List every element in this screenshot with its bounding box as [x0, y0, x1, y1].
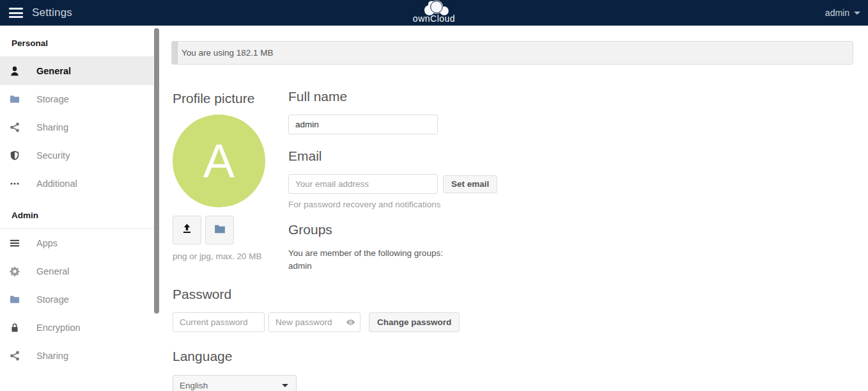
- usage-text: You are using 182.1 MB: [182, 48, 274, 58]
- groups-value: admin: [288, 260, 853, 273]
- sidebar-section-admin: Admin: [0, 198, 160, 229]
- sidebar-item-admin-sharing[interactable]: Sharing: [0, 342, 160, 370]
- chevron-down-icon: [854, 12, 860, 15]
- storage-usage-banner: You are using 182.1 MB: [171, 41, 853, 65]
- user-icon: [10, 66, 20, 76]
- eye-icon[interactable]: [346, 317, 355, 330]
- folder-icon: [10, 294, 20, 305]
- sidebar-item-label: Sharing: [36, 122, 68, 132]
- folder-icon: [214, 223, 226, 237]
- full-name-input[interactable]: [288, 115, 438, 134]
- avatar-hint: png or jpg, max. 20 MB: [173, 251, 288, 261]
- folder-icon: [10, 94, 20, 104]
- shield-icon: [10, 150, 20, 161]
- user-menu-label: admin: [825, 8, 849, 18]
- chevron-down-icon: [282, 384, 288, 387]
- sidebar-item-label: Storage: [36, 294, 69, 305]
- gear-icon: [10, 266, 20, 276]
- sidebar-item-admin-encryption[interactable]: Encryption: [0, 314, 160, 342]
- sidebar-scrollbar-thumb[interactable]: [154, 28, 159, 314]
- sidebar-item-admin-storage[interactable]: Storage: [0, 285, 160, 314]
- groups-heading: Groups: [288, 222, 853, 237]
- sidebar-item-label: Security: [36, 150, 70, 161]
- language-select[interactable]: English: [173, 375, 297, 391]
- top-bar: Settings ownCloud admin: [0, 0, 868, 26]
- ellipsis-icon: [10, 179, 20, 189]
- share-icon: [10, 122, 20, 132]
- email-hint: For password recovery and notifications: [288, 200, 853, 209]
- avatar-letter: A: [203, 138, 235, 185]
- sidebar-section-personal: Personal: [0, 26, 160, 57]
- upload-avatar-button[interactable]: [173, 216, 201, 244]
- language-heading: Language: [173, 349, 853, 364]
- owncloud-logo[interactable]: ownCloud: [413, 0, 455, 26]
- sidebar-item-admin-apps[interactable]: Apps: [0, 229, 160, 257]
- password-heading: Password: [173, 287, 853, 302]
- upload-icon: [182, 223, 192, 237]
- sidebar-item-personal-sharing[interactable]: Sharing: [0, 113, 160, 141]
- lock-icon: [10, 323, 20, 333]
- share-icon: [10, 351, 20, 361]
- sidebar-item-label: Sharing: [36, 351, 68, 361]
- sidebar-item-label: General: [36, 66, 71, 76]
- sidebar-item-personal-general[interactable]: General: [0, 57, 153, 85]
- set-email-button[interactable]: Set email: [443, 175, 497, 193]
- sidebar-item-personal-additional[interactable]: Additional: [0, 170, 160, 198]
- app-menu-icon[interactable]: [9, 8, 23, 18]
- email-heading: Email: [288, 148, 853, 164]
- current-password-input[interactable]: [173, 312, 265, 332]
- sidebar-item-admin-general[interactable]: General: [0, 257, 160, 285]
- settings-content: You are using 182.1 MB Profile picture A: [160, 26, 868, 391]
- sidebar-item-label: Encryption: [36, 323, 81, 333]
- menu-icon: [10, 238, 20, 248]
- sidebar-item-personal-storage[interactable]: Storage: [0, 85, 160, 113]
- usage-progress-fill: [172, 42, 178, 64]
- sidebar-item-label: Apps: [36, 238, 58, 248]
- sidebar-item-label: Storage: [36, 94, 69, 104]
- change-password-button[interactable]: Change password: [369, 312, 460, 332]
- profile-picture-heading: Profile picture: [173, 91, 288, 106]
- email-input[interactable]: [288, 174, 438, 194]
- sidebar-item-label: Additional: [36, 179, 77, 189]
- avatar[interactable]: A: [173, 115, 265, 207]
- settings-sidebar: Personal General Storage Sharing: [0, 26, 160, 391]
- sidebar-scrollbar[interactable]: [153, 26, 160, 391]
- logo-wordmark: ownCloud: [413, 15, 455, 22]
- sidebar-item-label: General: [36, 266, 70, 276]
- user-menu[interactable]: admin: [825, 0, 860, 26]
- sidebar-item-personal-security[interactable]: Security: [0, 141, 160, 170]
- page-title: Settings: [32, 6, 72, 19]
- language-selected-value: English: [180, 381, 208, 390]
- browse-avatar-button[interactable]: [205, 216, 234, 244]
- settings-page: Settings ownCloud admin: [0, 0, 868, 391]
- full-name-heading: Full name: [288, 89, 853, 104]
- groups-description: You are member of the following groups:: [288, 247, 853, 260]
